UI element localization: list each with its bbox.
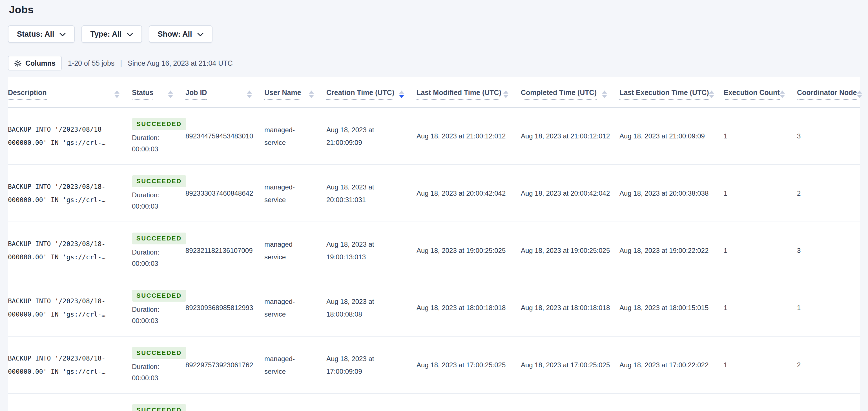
column-label: Last Modified Time (UTC) <box>416 89 501 100</box>
job-duration-value: 00:00:03 <box>132 201 174 212</box>
status-badge: SUCCEEDED <box>132 175 186 187</box>
column-header-coordinator-node[interactable]: Coordinator Node <box>797 77 860 108</box>
status-badge: SUCCEEDED <box>132 233 186 244</box>
column-label: Completed Time (UTC) <box>521 89 597 100</box>
column-header-last-modified-time[interactable]: Last Modified Time (UTC) <box>416 77 521 108</box>
filter-bar: Status: All Type: All Show: All <box>8 25 860 43</box>
column-label: Job ID <box>185 89 207 100</box>
user-name-cell: managed-service <box>265 336 327 393</box>
job-description-link[interactable]: BACKUP INTO '/2023/08/18-000000.00' IN '… <box>8 393 132 411</box>
sort-caret-icon <box>602 90 607 98</box>
job-status-cell: SUCCEEDED Duration: 00:00:03 <box>132 222 185 279</box>
column-header-description[interactable]: Description <box>8 77 132 108</box>
job-table-row: BACKUP INTO '/2023/08/18-000000.00' IN '… <box>8 108 860 165</box>
job-status-cell: SUCCEEDED Duration: 00:00:03 <box>132 279 185 336</box>
completed-time-cell: Aug 18, 2023 at 17:00:25:025 <box>521 336 619 393</box>
jobs-page: Jobs Status: All Type: All Show: All <box>0 0 868 411</box>
sort-caret-icon <box>115 90 120 98</box>
creation-time-cell: Aug 18, 2023 at 17:00:09:09 <box>327 336 416 393</box>
user-name-cell: managed-service <box>265 222 327 279</box>
column-label: Status <box>132 89 153 100</box>
job-duration-value: 00:00:03 <box>132 372 174 384</box>
execution-count-cell: 1 <box>724 108 797 165</box>
job-duration-label: Duration: <box>132 304 174 315</box>
sort-caret-icon <box>309 90 314 98</box>
chevron-down-icon <box>127 33 133 37</box>
user-name-cell: managed-service <box>265 279 327 336</box>
job-duration-value: 00:00:03 <box>132 144 174 155</box>
coordinator-node-cell: 1 <box>797 279 860 336</box>
column-header-creation-time[interactable]: Creation Time (UTC) <box>327 77 416 108</box>
coordinator-node-cell: 2 <box>797 165 860 222</box>
execution-count-cell: 1 <box>724 222 797 279</box>
chevron-down-icon <box>59 33 66 37</box>
job-description-link[interactable]: BACKUP INTO '/2023/08/18-000000.00' IN '… <box>8 108 132 165</box>
sort-caret-icon <box>709 90 714 98</box>
last-execution-time-cell: Aug 18, 2023 at 21:00:09:09 <box>619 108 724 165</box>
execution-count-cell: 1 <box>724 336 797 393</box>
table-toolbar: Columns 1-20 of 55 jobs | Since Aug 16, … <box>8 56 860 70</box>
sort-caret-icon <box>247 90 252 98</box>
job-description-link[interactable]: BACKUP INTO '/2023/08/18-000000.00' IN '… <box>8 165 132 222</box>
status-badge: SUCCEEDED <box>132 290 186 302</box>
last-modified-time-cell: Aug 18, 2023 at 16:00:27:027 <box>416 393 521 411</box>
completed-time-cell: Aug 18, 2023 at 20:00:42:042 <box>521 165 619 222</box>
status-filter-dropdown[interactable]: Status: All <box>8 25 75 43</box>
status-badge: SUCCEEDED <box>132 118 186 130</box>
type-filter-dropdown[interactable]: Type: All <box>82 25 142 43</box>
creation-time-cell: Aug 18, 2023 at 21:00:09:09 <box>327 108 416 165</box>
type-filter-label: Type: All <box>90 30 122 39</box>
column-header-job-id[interactable]: Job ID <box>185 77 265 108</box>
job-id-cell: 892333037460848642 <box>185 165 265 222</box>
summary-separator: | <box>120 59 122 68</box>
last-execution-time-cell: Aug 18, 2023 at 16:00:24:024 <box>619 393 724 411</box>
status-filter-label: Status: All <box>17 30 54 39</box>
last-execution-time-cell: Aug 18, 2023 at 20:00:38:038 <box>619 165 724 222</box>
user-name-cell: managed-service <box>265 393 327 411</box>
sort-caret-icon <box>168 90 173 98</box>
job-duration-label: Duration: <box>132 247 174 258</box>
gear-icon <box>14 59 22 67</box>
job-table-row: BACKUP INTO '/2023/08/18-000000.00' IN '… <box>8 279 860 336</box>
job-duration-value: 00:00:03 <box>132 258 174 269</box>
results-summary: 1-20 of 55 jobs | Since Aug 16, 2023 at … <box>68 59 233 68</box>
column-label: Execution Count <box>724 89 780 100</box>
job-table-row: BACKUP INTO '/2023/08/18-000000.00' IN '… <box>8 165 860 222</box>
jobs-table: Description Status Job ID User Name Crea… <box>8 77 860 411</box>
columns-button[interactable]: Columns <box>8 56 62 70</box>
column-header-status[interactable]: Status <box>132 77 185 108</box>
column-header-last-execution-time[interactable]: Last Execution Time (UTC) <box>619 77 724 108</box>
jobs-table-body: BACKUP INTO '/2023/08/18-000000.00' IN '… <box>8 108 860 411</box>
show-filter-dropdown[interactable]: Show: All <box>149 25 213 43</box>
completed-time-cell: Aug 18, 2023 at 19:00:25:025 <box>521 222 619 279</box>
status-badge: SUCCEEDED <box>132 347 186 359</box>
coordinator-node-cell: 3 <box>797 222 860 279</box>
column-header-completed-time[interactable]: Completed Time (UTC) <box>521 77 619 108</box>
column-header-execution-count[interactable]: Execution Count <box>724 77 797 108</box>
status-badge: SUCCEEDED <box>132 404 186 411</box>
job-status-cell: SUCCEEDED Duration: 00:00:03 <box>132 393 185 411</box>
job-status-cell: SUCCEEDED Duration: 00:00:03 <box>132 336 185 393</box>
job-description-link[interactable]: BACKUP INTO '/2023/08/18-000000.00' IN '… <box>8 279 132 336</box>
last-modified-time-cell: Aug 18, 2023 at 21:00:12:012 <box>416 108 521 165</box>
user-name-cell: managed-service <box>265 108 327 165</box>
job-id-cell: 892321182136107009 <box>185 222 265 279</box>
column-label: Creation Time (UTC) <box>327 89 394 100</box>
lookback-period-text: Since Aug 16, 2023 at 21:04 UTC <box>128 59 232 67</box>
job-description-link[interactable]: BACKUP INTO '/2023/08/18-000000.00' IN '… <box>8 222 132 279</box>
execution-count-cell: 1 <box>724 393 797 411</box>
job-table-row: BACKUP INTO '/2023/08/18-000000.00' IN '… <box>8 393 860 411</box>
coordinator-node-cell: 2 <box>797 336 860 393</box>
sort-caret-icon <box>780 90 785 98</box>
jobs-table-container: Description Status Job ID User Name Crea… <box>8 77 860 411</box>
job-description-link[interactable]: BACKUP INTO '/2023/08/18-000000.00' IN '… <box>8 336 132 393</box>
coordinator-node-cell: 1 <box>797 393 860 411</box>
column-header-user-name[interactable]: User Name <box>265 77 327 108</box>
job-id-cell: 892297573923061762 <box>185 336 265 393</box>
sort-caret-icon <box>857 90 862 98</box>
user-name-cell: managed-service <box>265 165 327 222</box>
job-duration-value: 00:00:03 <box>132 315 174 326</box>
job-id-cell: 892285813023375363 <box>185 393 265 411</box>
creation-time-cell: Aug 18, 2023 at 16:00:20:020 <box>327 393 416 411</box>
sort-caret-icon <box>399 90 404 98</box>
